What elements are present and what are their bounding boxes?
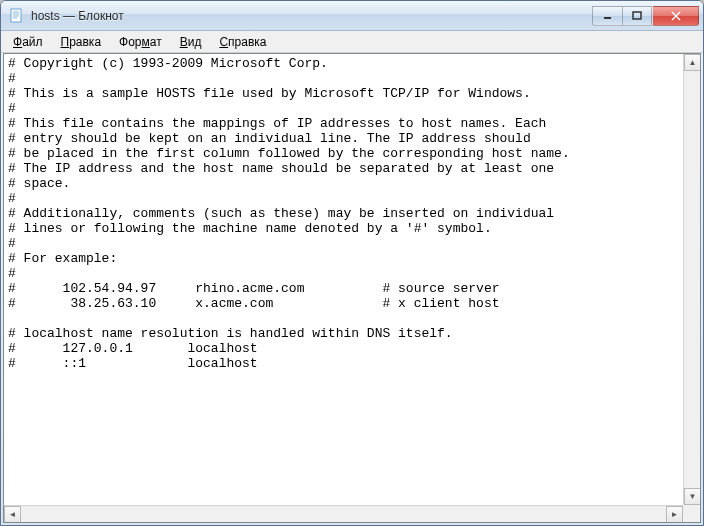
app-icon (9, 8, 25, 24)
close-icon (671, 11, 681, 21)
menu-help[interactable]: Справка (211, 33, 274, 51)
minimize-icon (603, 11, 613, 21)
menu-file[interactable]: Файл (5, 33, 51, 51)
menu-format[interactable]: Формат (111, 33, 170, 51)
svg-rect-6 (633, 12, 641, 19)
close-button[interactable] (653, 6, 699, 26)
window-title: hosts — Блокнот (31, 9, 592, 23)
scrollbar-corner (683, 505, 700, 522)
scroll-left-button[interactable]: ◄ (4, 506, 21, 523)
menu-edit[interactable]: Правка (53, 33, 110, 51)
menu-file-rest: айл (22, 35, 42, 49)
scroll-right-button[interactable]: ► (666, 506, 683, 523)
scroll-track-v[interactable] (684, 71, 700, 488)
notepad-window: hosts — Блокнот Файл Правка Формат Вид С… (0, 0, 704, 526)
editor-inner: # Copyright (c) 1993-2009 Microsoft Corp… (4, 54, 683, 505)
scroll-up-button[interactable]: ▲ (684, 54, 701, 71)
menu-help-rest: правка (228, 35, 266, 49)
titlebar[interactable]: hosts — Блокнот (1, 1, 703, 31)
menu-view[interactable]: Вид (172, 33, 210, 51)
maximize-icon (632, 11, 642, 21)
maximize-button[interactable] (622, 6, 652, 26)
minimize-button[interactable] (592, 6, 622, 26)
editor-container: # Copyright (c) 1993-2009 Microsoft Corp… (3, 53, 701, 523)
menu-view-rest: ид (188, 35, 202, 49)
menu-edit-rest: равка (69, 35, 101, 49)
scroll-track-h[interactable] (21, 506, 666, 522)
menubar: Файл Правка Формат Вид Справка (1, 31, 703, 53)
scroll-down-button[interactable]: ▼ (684, 488, 701, 505)
text-editor[interactable]: # Copyright (c) 1993-2009 Microsoft Corp… (4, 54, 683, 505)
scrollbar-horizontal[interactable]: ◄ ► (4, 505, 683, 522)
scrollbar-vertical[interactable]: ▲ ▼ (683, 54, 700, 505)
window-controls (592, 6, 699, 26)
